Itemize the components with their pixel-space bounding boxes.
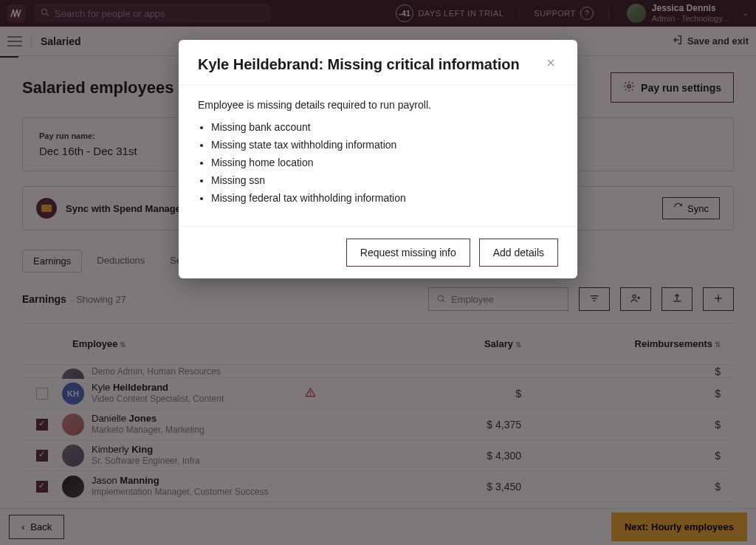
modal-close-button[interactable] (543, 56, 558, 71)
modal-title: Kyle Heildebrand: Missing critical infor… (198, 56, 543, 73)
close-icon (546, 58, 556, 70)
missing-item: Missing ssn (211, 174, 558, 186)
missing-item: Missing state tax withholding informatio… (211, 139, 558, 151)
missing-item: Missing federal tax withholding informat… (211, 192, 558, 204)
request-missing-info-button[interactable]: Request missing info (346, 239, 470, 267)
add-details-button[interactable]: Add details (479, 239, 558, 267)
missing-info-modal: Kyle Heildebrand: Missing critical infor… (179, 40, 577, 278)
modal-missing-list: Missing bank accountMissing state tax wi… (198, 121, 558, 204)
missing-item: Missing home location (211, 157, 558, 168)
modal-description: Employee is missing details required to … (198, 99, 558, 111)
missing-item: Missing bank account (211, 121, 558, 133)
